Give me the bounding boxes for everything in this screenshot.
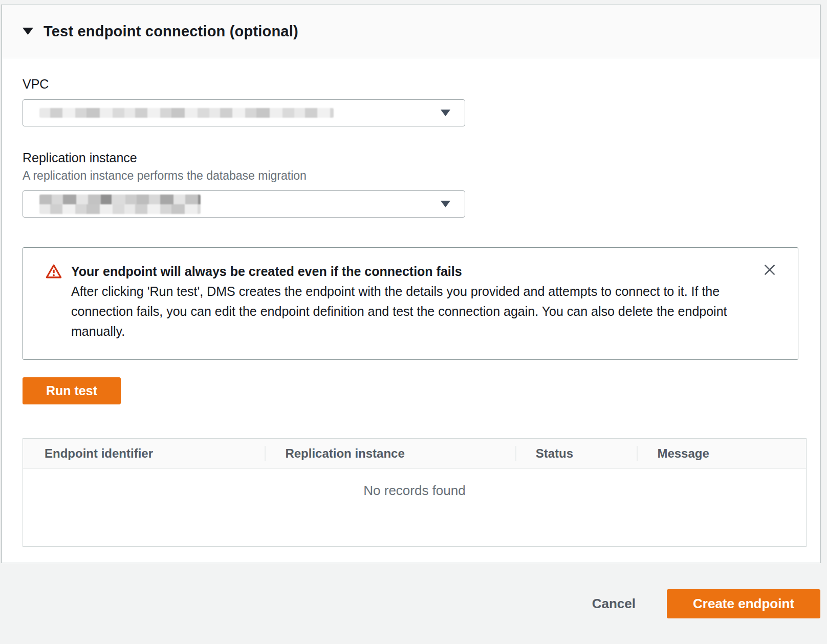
column-header-replication-instance: Replication instance	[265, 446, 515, 461]
form-footer: Cancel Create endpoint	[0, 563, 827, 644]
dropdown-arrow-icon	[441, 201, 450, 207]
vpc-selected-value-redacted	[39, 108, 334, 118]
warning-alert: Your endpoint will always be created eve…	[23, 247, 798, 360]
alert-title: Your endpoint will always be created eve…	[71, 262, 736, 282]
replication-instance-label: Replication instance	[23, 151, 799, 165]
close-icon	[763, 263, 777, 277]
cancel-button[interactable]: Cancel	[592, 596, 636, 612]
vpc-label: VPC	[23, 77, 799, 92]
replication-instance-select[interactable]	[23, 190, 465, 218]
column-header-endpoint-identifier: Endpoint identifier	[23, 446, 265, 461]
collapse-triangle-icon[interactable]	[23, 28, 33, 35]
panel-title: Test endpoint connection (optional)	[43, 23, 298, 40]
alert-body: After clicking 'Run test', DMS creates t…	[71, 282, 736, 341]
panel-body: VPC Replication instance A replication i…	[2, 58, 820, 547]
warning-triangle-icon	[46, 263, 62, 341]
run-test-button[interactable]: Run test	[23, 377, 121, 404]
vpc-field-group: VPC	[23, 77, 799, 126]
page: Test endpoint connection (optional) VPC …	[0, 0, 827, 644]
table-header-row: Endpoint identifier Replication instance…	[23, 439, 806, 469]
create-endpoint-button[interactable]: Create endpoint	[667, 589, 820, 618]
alert-close-button[interactable]	[761, 261, 778, 278]
replication-instance-description: A replication instance performs the data…	[23, 169, 799, 183]
panel-header[interactable]: Test endpoint connection (optional)	[2, 5, 820, 58]
alert-content: Your endpoint will always be created eve…	[71, 262, 736, 341]
vpc-select[interactable]	[23, 99, 465, 126]
dropdown-arrow-icon	[441, 110, 450, 116]
column-header-status: Status	[515, 446, 637, 461]
replication-instance-field-group: Replication instance A replication insta…	[23, 151, 799, 218]
column-header-message: Message	[637, 446, 806, 461]
replication-instance-selected-value-redacted	[39, 195, 201, 214]
test-results-table: Endpoint identifier Replication instance…	[23, 438, 807, 547]
test-endpoint-panel: Test endpoint connection (optional) VPC …	[2, 4, 820, 563]
table-empty-state: No records found	[23, 469, 806, 546]
